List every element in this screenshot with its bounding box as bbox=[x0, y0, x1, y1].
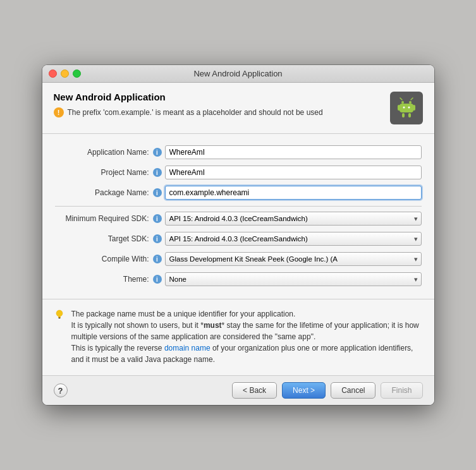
package-name-row: Package Name: i bbox=[55, 186, 422, 200]
info-line1: The package name must be a unique identi… bbox=[71, 310, 296, 318]
dialog-title: New Android Application bbox=[54, 92, 323, 102]
theme-info-icon[interactable]: i bbox=[153, 275, 162, 284]
back-button[interactable]: < Back bbox=[232, 382, 277, 399]
svg-line-7 bbox=[400, 98, 402, 100]
min-sdk-info-icon[interactable]: i bbox=[153, 214, 162, 223]
target-sdk-select-wrapper: API 15: Android 4.0.3 (IceCreamSandwich)… bbox=[165, 232, 422, 246]
project-name-info-icon[interactable]: i bbox=[153, 168, 162, 177]
info-domain-link[interactable]: domain name bbox=[164, 344, 211, 352]
project-name-row: Project Name: i bbox=[55, 166, 422, 179]
info-text: The package name must be a unique identi… bbox=[71, 308, 419, 365]
compile-with-info-icon[interactable]: i bbox=[153, 255, 162, 263]
android-icon bbox=[394, 96, 418, 120]
footer-buttons: < Back Next > Cancel Finish bbox=[232, 382, 422, 399]
svg-rect-13 bbox=[58, 318, 60, 318]
close-button[interactable] bbox=[49, 69, 57, 78]
min-sdk-select[interactable]: API 15: Android 4.0.3 (IceCreamSandwich)… bbox=[165, 212, 422, 226]
header-left: New Android Application ! The prefix 'co… bbox=[54, 92, 323, 118]
divider-1 bbox=[55, 206, 422, 207]
svg-point-11 bbox=[56, 310, 63, 316]
android-logo bbox=[390, 92, 423, 124]
theme-row: Theme: i None Holo Light Holo Dark bbox=[55, 272, 422, 286]
application-name-row: Application Name: i bbox=[55, 145, 422, 159]
svg-point-9 bbox=[403, 107, 405, 109]
cancel-button[interactable]: Cancel bbox=[331, 382, 375, 399]
warning-text: The prefix 'com.example.' is meant as a … bbox=[68, 108, 323, 117]
target-sdk-select[interactable]: API 15: Android 4.0.3 (IceCreamSandwich)… bbox=[165, 232, 422, 246]
footer-left: ? bbox=[54, 383, 68, 397]
svg-point-0 bbox=[401, 101, 404, 104]
svg-rect-3 bbox=[398, 105, 400, 111]
target-sdk-label: Target SDK: bbox=[55, 234, 153, 243]
compile-with-label: Compile With: bbox=[55, 255, 153, 263]
svg-line-8 bbox=[411, 98, 413, 100]
min-sdk-label: Minimum Required SDK: bbox=[55, 214, 153, 223]
form-section: Application Name: i Project Name: i Pack… bbox=[42, 134, 434, 299]
theme-select-wrapper: None Holo Light Holo Dark bbox=[165, 272, 422, 286]
help-button[interactable]: ? bbox=[54, 383, 68, 397]
svg-rect-5 bbox=[402, 113, 405, 118]
target-sdk-row: Target SDK: i API 15: Android 4.0.3 (Ice… bbox=[55, 232, 422, 246]
svg-rect-2 bbox=[400, 104, 413, 112]
finish-button[interactable]: Finish bbox=[381, 382, 422, 399]
svg-point-10 bbox=[408, 107, 410, 109]
application-name-label: Application Name: bbox=[55, 148, 153, 157]
package-name-label: Package Name: bbox=[55, 188, 153, 197]
application-name-info-icon[interactable]: i bbox=[153, 148, 162, 157]
maximize-button[interactable] bbox=[73, 69, 81, 78]
warning-row: ! The prefix 'com.example.' is meant as … bbox=[54, 107, 323, 118]
dialog-window: New Android Application New Android Appl… bbox=[42, 65, 434, 405]
minimize-button[interactable] bbox=[61, 69, 69, 78]
min-sdk-row: Minimum Required SDK: i API 15: Android … bbox=[55, 212, 422, 226]
package-name-input[interactable] bbox=[165, 186, 422, 200]
svg-rect-4 bbox=[413, 105, 415, 111]
application-name-input[interactable] bbox=[165, 145, 422, 159]
traffic-lights bbox=[49, 69, 81, 78]
compile-with-row: Compile With: i Glass Development Kit Sn… bbox=[55, 252, 422, 266]
titlebar: New Android Application bbox=[42, 65, 434, 83]
theme-label: Theme: bbox=[55, 275, 153, 284]
project-name-label: Project Name: bbox=[55, 168, 153, 177]
project-name-input[interactable] bbox=[165, 166, 422, 179]
info-must: must bbox=[204, 321, 222, 330]
header-section: New Android Application ! The prefix 'co… bbox=[42, 83, 434, 134]
theme-select[interactable]: None Holo Light Holo Dark bbox=[165, 272, 422, 286]
compile-with-select-wrapper: Glass Development Kit Sneak Peek (Google… bbox=[165, 252, 422, 266]
min-sdk-select-wrapper: API 15: Android 4.0.3 (IceCreamSandwich)… bbox=[165, 212, 422, 226]
package-name-info-icon[interactable]: i bbox=[153, 188, 162, 197]
svg-rect-12 bbox=[58, 316, 61, 318]
info-section: The package name must be a unique identi… bbox=[42, 299, 434, 375]
bulb-icon bbox=[54, 309, 65, 320]
next-button[interactable]: Next > bbox=[282, 382, 326, 399]
window-title: New Android Application bbox=[193, 69, 282, 78]
footer-section: ? < Back Next > Cancel Finish bbox=[42, 375, 434, 405]
target-sdk-info-icon[interactable]: i bbox=[153, 234, 162, 243]
compile-with-select[interactable]: Glass Development Kit Sneak Peek (Google… bbox=[165, 252, 422, 266]
svg-rect-6 bbox=[408, 113, 411, 118]
warning-icon: ! bbox=[54, 107, 64, 118]
svg-point-1 bbox=[409, 101, 412, 104]
